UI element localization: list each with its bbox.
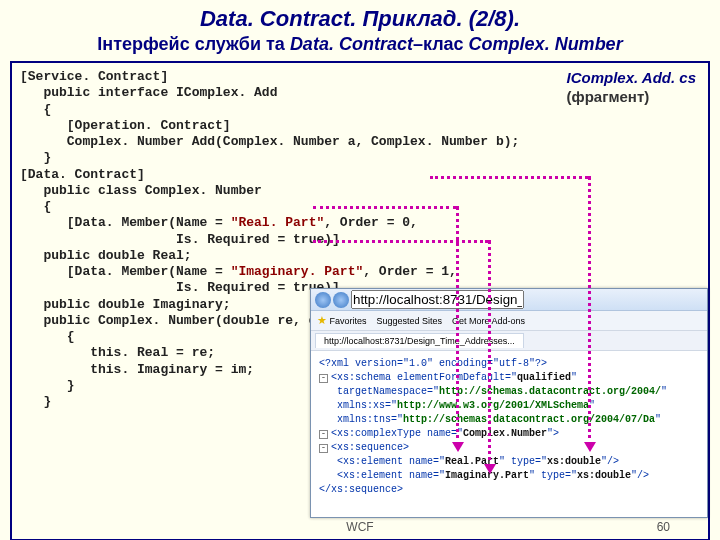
arrow-connector (430, 176, 588, 179)
arrow-connector (313, 206, 456, 209)
xml-line: -<xs:schema elementFormDefault="qualifie… (319, 371, 699, 385)
back-icon[interactable] (315, 292, 331, 308)
code-line: Complex. Number Add(Complex. Number a, C… (20, 134, 700, 150)
code-line: [Data. Member(Name = "Real. Part", Order… (20, 215, 700, 231)
page-number: 60 (657, 520, 670, 534)
favorites-label[interactable]: Favorites (330, 316, 367, 326)
subtitle-dc: Data. Contract (290, 34, 413, 54)
code-line: public double Real; (20, 248, 700, 264)
file-sub: (фрагмент) (567, 88, 696, 107)
file-label: IComplex. Add. cs (фрагмент) (567, 69, 696, 107)
arrow-connector (488, 240, 491, 468)
slide-title: Data. Contract. Приклад. (2/8). (0, 0, 720, 32)
xml-line: <?xml version="1.0" encoding="utf-8"?> (319, 357, 699, 371)
xml-line: xmlns:xs="http://www.w3.org/2001/XMLSche… (319, 399, 699, 413)
code-line: public class Complex. Number (20, 183, 700, 199)
code-line: [Data. Member(Name = "Imaginary. Part", … (20, 264, 700, 280)
footer-label: WCF (0, 520, 720, 534)
suggested-sites-link[interactable]: Suggested Sites (377, 316, 443, 326)
star-icon: ★ (317, 314, 327, 326)
favorites-bar: ★ Favorites Suggested Sites Get More Add… (311, 311, 707, 331)
xml-content: <?xml version="1.0" encoding="utf-8"?> -… (311, 351, 707, 503)
code-line: [Operation. Contract] (20, 118, 700, 134)
file-name: IComplex. Add. cs (567, 69, 696, 88)
xml-line: </xs:sequence> (319, 483, 699, 497)
browser-titlebar (311, 289, 707, 311)
slide-subtitle: Інтерфейс служби та Data. Contract–клас … (0, 34, 720, 55)
forward-icon[interactable] (333, 292, 349, 308)
address-input[interactable] (351, 290, 524, 309)
browser-window: ★ Favorites Suggested Sites Get More Add… (310, 288, 708, 518)
xml-line: <xs:element name="Imaginary.Part" type="… (319, 469, 699, 483)
xml-line: -<xs:complexType name="Complex.Number"> (319, 427, 699, 441)
subtitle-mid: –клас (413, 34, 469, 54)
xml-line: -<xs:sequence> (319, 441, 699, 455)
code-line: [Data. Contract] (20, 167, 700, 183)
xml-line: xmlns:tns="http://schemas.datacontract.o… (319, 413, 699, 427)
browser-tab[interactable]: http://localhost:8731/Design_Time_Addres… (315, 333, 524, 348)
xml-line: <xs:element name="Real.Part" type="xs:do… (319, 455, 699, 469)
arrow-connector (588, 176, 591, 446)
arrow-connector (313, 240, 488, 243)
subtitle-classname: Complex. Number (469, 34, 623, 54)
code-line: } (20, 150, 700, 166)
xml-line: targetNamespace="http://schemas.datacont… (319, 385, 699, 399)
subtitle-prefix: Інтерфейс служби та (97, 34, 290, 54)
tab-bar: http://localhost:8731/Design_Time_Addres… (311, 331, 707, 351)
